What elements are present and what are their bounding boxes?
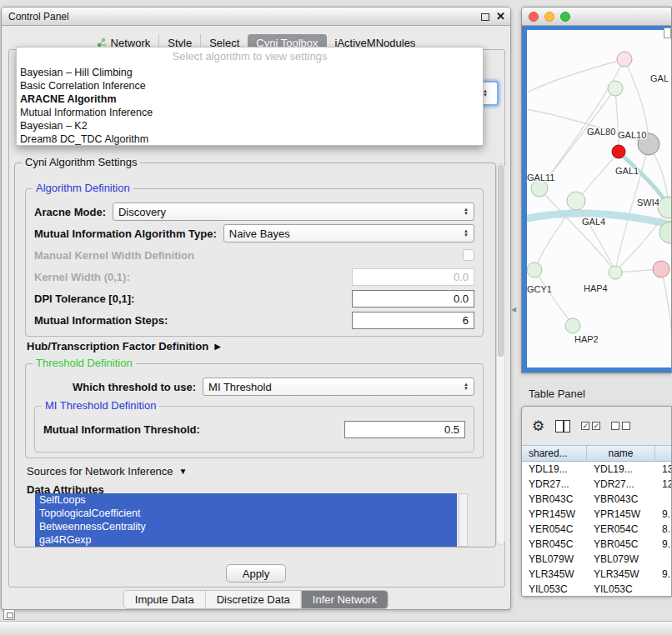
select-all-icon[interactable]: ✓ ✓ xyxy=(581,422,600,430)
attribute-item[interactable]: TopologicalCoefficient xyxy=(35,507,457,520)
settings-scrollbar[interactable] xyxy=(496,163,505,545)
network-node[interactable] xyxy=(527,262,542,278)
table-row[interactable]: YDR27...YDR27...12 xyxy=(522,477,671,492)
table-row[interactable]: YPR145WYPR145W9. xyxy=(522,507,671,522)
control-panel-window: Control Panel ✕ Network Style Select Cyn… xyxy=(1,7,511,610)
algorithm-option[interactable]: ARACNE Algorithm xyxy=(17,92,483,106)
table-panel-window: ⚙ ✓ ✓ shared...name YDL19...YDL19...13YD… xyxy=(521,406,672,597)
network-node-label: GAL xyxy=(650,73,669,83)
attributes-scrollbar[interactable] xyxy=(459,493,468,547)
hub-definition-label: Hub/Transcription Factor Definition xyxy=(27,340,208,352)
gear-icon[interactable]: ⚙ xyxy=(532,419,544,433)
network-node[interactable] xyxy=(612,145,625,158)
manual-kernel-width-label: Manual Kernel Width Definition xyxy=(34,249,194,262)
mi-type-combo[interactable]: Naive Bayes ▲▼ xyxy=(223,224,474,242)
network-node-label: GAL10 xyxy=(618,130,646,140)
table-row[interactable]: YDL19...YDL19...13 xyxy=(522,462,671,477)
which-threshold-combo[interactable]: MI Threshold ▲▼ xyxy=(203,378,474,396)
checked-box-icon: ✓ xyxy=(581,422,589,430)
network-node[interactable] xyxy=(531,180,548,197)
algorithm-option[interactable]: Dream8 DC_TDC Algorithm xyxy=(17,132,483,146)
network-canvas-svg: GALGAL80GAL10GAL11GAL1SWI4GAL4GCY1HAP4HA… xyxy=(527,30,672,368)
algorithm-option[interactable]: Basic Correlation Inference xyxy=(17,79,483,92)
network-view-window: GALGAL80GAL10GAL11GAL1SWI4GAL4GCY1HAP4HA… xyxy=(521,7,672,373)
mi-threshold-field[interactable]: 0.5 xyxy=(344,421,465,438)
scrollbar-thumb[interactable] xyxy=(498,165,504,357)
attribute-item[interactable]: gal4RGexp xyxy=(35,533,457,547)
minimize-traffic-light[interactable] xyxy=(544,12,554,22)
threshold-definition-title: Threshold Definition xyxy=(33,357,136,369)
bottom-strip xyxy=(0,621,672,635)
zoom-traffic-light[interactable] xyxy=(560,12,570,22)
table-row[interactable]: YBR045CYBR045C9. xyxy=(522,537,671,552)
close-traffic-light[interactable] xyxy=(529,12,539,22)
mi-threshold-label: Mutual Information Threshold: xyxy=(43,423,200,436)
table-row[interactable]: YBL079WYBL079W xyxy=(522,552,671,567)
window-title: Control Panel xyxy=(8,11,69,22)
network-node-label: GCY1 xyxy=(527,284,552,294)
collapse-down-icon: ▼ xyxy=(179,467,188,476)
mi-steps-field[interactable]: 6 xyxy=(352,312,474,329)
tab-discretize-data[interactable]: Discretize Data xyxy=(205,591,301,608)
network-canvas[interactable]: GALGAL80GAL10GAL11GAL1SWI4GAL4GCY1HAP4HA… xyxy=(527,30,672,368)
tab-infer-network[interactable]: Infer Network xyxy=(301,591,388,608)
network-node[interactable] xyxy=(653,261,669,278)
table-cell: YDL19... xyxy=(522,462,587,477)
attribute-item[interactable]: BetweennessCentrality xyxy=(35,520,457,533)
network-node[interactable] xyxy=(608,81,623,96)
table-row[interactable]: YER054CYER054C8. xyxy=(522,522,671,537)
algorithm-option[interactable]: Mutual Information Inference xyxy=(17,106,483,119)
deselect-all-icon[interactable] xyxy=(611,422,630,430)
manual-kernel-width-checkbox[interactable] xyxy=(463,249,474,261)
tab-impute-data[interactable]: Impute Data xyxy=(124,591,205,608)
apply-button[interactable]: Apply xyxy=(226,564,286,582)
unchecked-box-icon xyxy=(622,422,630,430)
sources-header-label: Sources for Network Inference xyxy=(27,465,173,478)
which-threshold-value: MI Threshold xyxy=(208,381,464,393)
attribute-item[interactable]: SelfLoops xyxy=(35,493,457,507)
table-panel-title: Table Panel xyxy=(529,388,585,400)
table-cell: YIL053C xyxy=(587,582,655,597)
close-icon[interactable]: ✕ xyxy=(496,12,505,22)
column-header[interactable]: name xyxy=(587,446,655,461)
table-row[interactable]: YBR043CYBR043C xyxy=(522,492,671,507)
network-node[interactable] xyxy=(617,52,632,67)
sources-toggle[interactable]: Sources for Network Inference ▼ xyxy=(27,465,187,478)
dpi-tolerance-label: DPI Tolerance [0,1]: xyxy=(34,292,134,305)
control-panel-titlebar: Control Panel ✕ xyxy=(2,8,510,26)
hub-definition-toggle[interactable]: Hub/Transcription Factor Definition ▶ xyxy=(27,340,221,352)
cyni-bottom-tabbar: Impute Data Discretize Data Infer Networ… xyxy=(123,590,389,609)
aracne-mode-combo[interactable]: Discovery ▲▼ xyxy=(113,202,474,221)
collapse-right-icon: ▶ xyxy=(214,342,221,351)
network-node[interactable] xyxy=(567,192,585,210)
settings-group-title: Cyni Algorithm Settings xyxy=(22,156,140,168)
algorithm-option[interactable]: Bayesian – K2 xyxy=(17,119,483,132)
network-scrollbar-nub[interactable] xyxy=(664,28,671,38)
network-node-label: GAL4 xyxy=(582,217,605,227)
mi-steps-label: Mutual Information Steps: xyxy=(34,314,168,327)
table-row[interactable]: YIL053CYIL053C xyxy=(522,582,671,597)
table-row[interactable]: YLR345WYLR345W9. xyxy=(522,567,671,582)
data-attributes-list[interactable]: SelfLoopsTopologicalCoefficientBetweenne… xyxy=(35,493,457,547)
network-node-label: GAL11 xyxy=(527,172,554,182)
algorithm-popup-list: Bayesian – Hill ClimbingBasic Correlatio… xyxy=(17,66,483,146)
table-cell: YBL079W xyxy=(522,552,587,567)
columns-icon[interactable] xyxy=(555,420,570,432)
restore-panel-icon[interactable] xyxy=(3,609,15,620)
table-cell: YDR27... xyxy=(522,477,587,492)
float-window-icon[interactable] xyxy=(481,13,489,21)
table-cell: YPR145W xyxy=(522,507,587,522)
kernel-width-field[interactable]: 0.0 xyxy=(352,268,474,286)
panel-splitter-icon[interactable]: ◀ xyxy=(511,306,516,313)
algorithm-option[interactable]: Bayesian – Hill Climbing xyxy=(17,66,483,79)
network-node[interactable] xyxy=(609,266,622,279)
network-node-label: HAP2 xyxy=(574,334,599,344)
network-titlebar xyxy=(522,8,671,26)
column-header[interactable]: shared... xyxy=(522,446,587,461)
network-node[interactable] xyxy=(565,318,580,333)
mi-type-value: Naive Bayes xyxy=(229,228,464,240)
network-node[interactable] xyxy=(658,197,672,218)
algorithm-dropdown-popup: Select algorithm to view settings Bayesi… xyxy=(16,47,484,146)
dpi-tolerance-field[interactable]: 0.0 xyxy=(352,290,474,308)
column-header[interactable] xyxy=(655,446,672,461)
